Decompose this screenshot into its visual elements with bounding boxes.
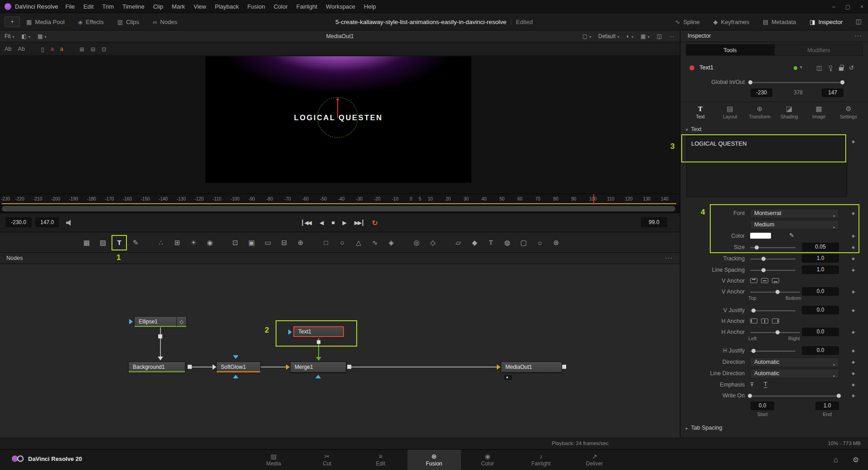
font-style-dropdown[interactable]: Medium▾	[750, 220, 839, 230]
crop-tool-icon[interactable]: ▣	[246, 237, 257, 249]
node-enabled-dot[interactable]	[794, 66, 797, 70]
panel-layout-icon[interactable]: ◫	[856, 18, 862, 25]
bspline-tool-icon[interactable]: ∿	[369, 237, 381, 249]
split-view-button[interactable]: ◫	[657, 33, 662, 39]
h-justify-slider[interactable]	[750, 351, 795, 352]
merge-tool-icon[interactable]: ⊟	[278, 237, 290, 249]
tab-layout[interactable]: ▤Layout	[716, 104, 743, 124]
text-3d-tool-icon[interactable]: T	[485, 237, 497, 249]
tab-tools[interactable]: Tools	[686, 44, 775, 56]
line-direction-dropdown[interactable]: Automatic▾	[750, 369, 839, 378]
node-merge1[interactable]: Merge1	[290, 362, 346, 372]
region-of-interest-icon[interactable]: ▯	[41, 46, 44, 53]
ab-wipe-icon[interactable]: Ab	[18, 46, 24, 52]
corner-pin-tool-icon[interactable]: ⊡	[229, 237, 241, 249]
particles-tool-icon[interactable]: ∴	[155, 237, 167, 249]
node-softglow1[interactable]: SoftGlow1	[216, 362, 261, 372]
underline-icon[interactable]: T	[764, 381, 767, 388]
menu-item-trim[interactable]: Trim	[102, 3, 114, 10]
menu-item-clip[interactable]: Clip	[153, 3, 163, 10]
write-on-slider[interactable]	[750, 396, 839, 397]
eyedropper-icon[interactable]: ✎	[789, 232, 794, 239]
keyframe-diamond[interactable]: ◆	[852, 360, 855, 364]
tracking-slider[interactable]	[750, 259, 795, 259]
node-graph[interactable]: Ellipse1 ◇ Background1 SoftGlow1 Merge1 …	[0, 264, 680, 438]
menu-item-workspace[interactable]: Workspace	[326, 3, 355, 10]
clips-button[interactable]: ▥Clips	[117, 19, 139, 25]
tab-shading[interactable]: ◪Shading	[776, 104, 803, 124]
metadata-button[interactable]: ▤Metadata	[763, 19, 796, 25]
menu-item-playback[interactable]: Playback	[215, 3, 239, 10]
planar-tracker-tool-icon[interactable]: ◇	[427, 237, 439, 249]
keyframe-diamond[interactable]: ◆	[852, 268, 855, 272]
h-anchor-field[interactable]: 0.0	[802, 328, 839, 336]
tab-settings[interactable]: ⚙Settings	[835, 104, 862, 124]
h-anchor-center-icon[interactable]	[761, 318, 768, 323]
page-fusion[interactable]: ⊛Fusion	[407, 450, 461, 470]
light-3d-tool-icon[interactable]: ☼	[534, 237, 546, 249]
play-forward-button[interactable]: ▶	[342, 220, 345, 226]
keyframe-diamond[interactable]: ◆	[852, 393, 855, 398]
grid-warp-tool-icon[interactable]: ⊞	[171, 237, 183, 249]
tracking-field[interactable]: 1.0	[802, 254, 839, 263]
fastnoise-tool-icon[interactable]: ▨	[97, 237, 109, 249]
angle-handle[interactable]	[337, 98, 338, 118]
nodes-button[interactable]: ∞Nodes	[153, 19, 177, 25]
color-display-dropdown[interactable]: ◐▾	[626, 33, 633, 39]
node-ellipse1[interactable]: Ellipse1 ◇	[134, 316, 187, 327]
node-mediaout1[interactable]: MediaOut1	[501, 362, 562, 372]
chevron-down-icon[interactable]: ▾	[800, 65, 802, 69]
transform-controls-icon[interactable]: ⊡	[102, 46, 106, 53]
default-preset-dropdown[interactable]: Default▾	[598, 33, 619, 39]
menu-item-help[interactable]: Help	[364, 3, 376, 10]
strikethrough-icon[interactable]: Ŧ	[750, 381, 754, 388]
ellipse-tool-icon[interactable]: ○	[336, 237, 348, 249]
h-anchor-left-icon[interactable]	[750, 318, 757, 323]
page-media[interactable]: ▤Media	[247, 450, 301, 470]
keyframe-diamond[interactable]: ◆	[852, 245, 855, 250]
out-point-field[interactable]: 147.0	[35, 217, 59, 227]
safe-area-icon[interactable]: ⊟	[91, 46, 95, 53]
ab-compare-icon[interactable]: Ab	[5, 46, 11, 52]
guide-overlay-icon[interactable]: ⊞	[79, 46, 84, 53]
keyframe-diamond[interactable]: ◆	[852, 330, 855, 334]
global-out-field[interactable]: 147	[822, 88, 844, 97]
menu-item-davinci-resolve[interactable]: DaVinci Resolve	[15, 3, 58, 10]
displace-tool-icon[interactable]: ◉	[204, 237, 216, 249]
go-to-last-frame-button[interactable]: ▶▶	[354, 220, 363, 226]
v-anchor-bottom-icon[interactable]	[772, 278, 779, 283]
grid-dropdown[interactable]: ▦▾	[640, 33, 649, 39]
menu-item-view[interactable]: View	[194, 3, 206, 10]
spline-button[interactable]: ∿Spline	[675, 19, 700, 25]
timeline-scrollbar[interactable]	[2, 206, 675, 211]
line-spacing-field[interactable]: 1.0	[802, 265, 839, 274]
speaker-icon[interactable]	[66, 220, 73, 226]
keyframe-diamond[interactable]: ◆	[852, 308, 855, 313]
color-swatch[interactable]	[750, 233, 771, 239]
home-icon[interactable]: ⌂	[834, 455, 838, 465]
menu-item-fairlight[interactable]: Fairlight	[296, 3, 317, 10]
tab-modifiers[interactable]: Modifiers	[775, 44, 863, 56]
page-cut[interactable]: ✂Cut	[301, 450, 354, 470]
media-pool-button[interactable]: ▦Media Pool	[26, 19, 64, 25]
v-justify-slider[interactable]	[750, 310, 795, 311]
rectangle-tool-icon[interactable]: □	[320, 237, 332, 249]
keyframe-diamond[interactable]: ◆	[852, 382, 855, 387]
inspector-menu-button[interactable]: ···	[854, 32, 862, 39]
lock-icon[interactable]	[839, 67, 844, 71]
image-plane-3d-tool-icon[interactable]: ▱	[452, 237, 464, 249]
merge-3d-tool-icon[interactable]: ◍	[501, 237, 513, 249]
line-spacing-slider[interactable]	[750, 270, 795, 271]
in-point-field[interactable]: -230.0	[5, 217, 32, 227]
tracker-tool-icon[interactable]: ◎	[411, 237, 422, 249]
settings-gear-icon[interactable]: ⚙	[853, 455, 859, 464]
mask-output-icon[interactable]: ◇	[176, 317, 186, 327]
paint-tool-icon[interactable]: ✎	[130, 237, 141, 249]
keyframe-diamond[interactable]: ◆	[852, 289, 855, 294]
viewer-canvas[interactable]: LOGICAL QUESTEN	[0, 56, 680, 194]
h-anchor-right-icon[interactable]	[772, 318, 779, 323]
tab-transform[interactable]: ⊕Transform	[746, 104, 773, 124]
direction-dropdown[interactable]: Automatic▾	[750, 357, 839, 367]
page-color[interactable]: ◉Color	[461, 450, 514, 470]
font-family-dropdown[interactable]: Montserrat▾	[750, 209, 839, 218]
